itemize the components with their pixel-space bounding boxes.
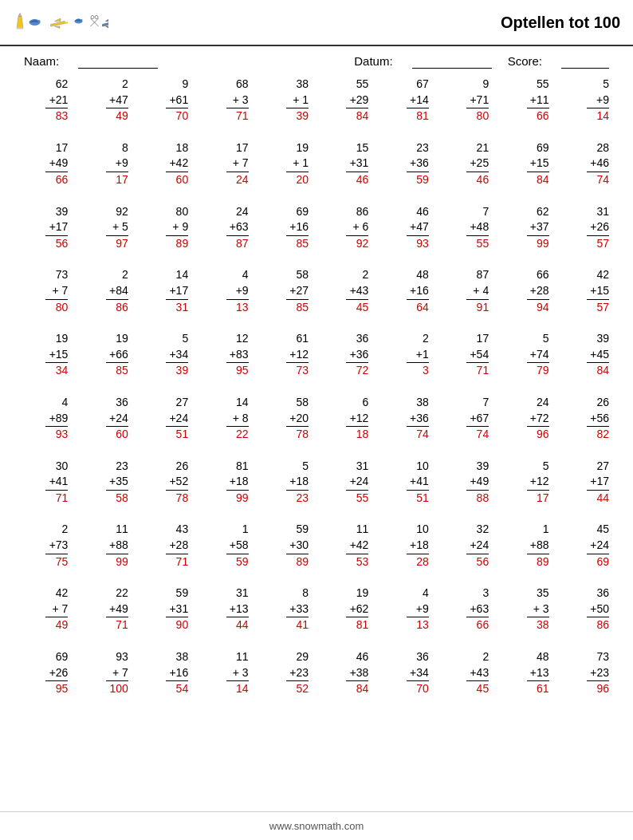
problem-cell: 5+1217 (497, 459, 556, 507)
addend1: 4 (242, 267, 249, 283)
answer: 71 (226, 108, 249, 124)
addend1: 2 (122, 267, 128, 283)
answer: 73 (286, 362, 309, 379)
problem-cell: 80+ 989 (136, 204, 196, 252)
answer: 38 (527, 617, 549, 633)
addend2: +67 (470, 411, 489, 427)
answer: 96 (587, 680, 609, 697)
svg-marker-0 (17, 17, 23, 29)
problem-cell: 55+2984 (316, 77, 376, 124)
addend1: 36 (356, 331, 369, 347)
problem-cell: 2+4345 (437, 649, 497, 697)
problem-cell: 43+2871 (136, 522, 196, 570)
answer: 45 (466, 680, 489, 697)
problem-cell: 73+2396 (557, 649, 617, 697)
answer: 80 (466, 108, 489, 124)
answer: 66 (45, 172, 68, 188)
addend2: +15 (590, 283, 609, 299)
addend1: 10 (416, 522, 429, 538)
answer: 74 (466, 426, 489, 443)
problem-cell: 26+5682 (557, 395, 617, 443)
answer: 97 (106, 235, 128, 252)
page-title: Optellen tot 100 (501, 14, 620, 32)
addend1: 42 (56, 586, 69, 601)
problem-cell: 59+3190 (136, 586, 196, 633)
answer: 41 (286, 617, 309, 633)
addend1: 17 (56, 140, 69, 156)
problem-cell: 39+1756 (16, 204, 76, 252)
answer: 99 (226, 490, 249, 507)
addend2: +28 (530, 283, 549, 299)
addend2: +17 (590, 474, 609, 490)
problem-cell: 38+3674 (376, 395, 436, 443)
addend1: 73 (56, 267, 69, 283)
addend1: 32 (477, 522, 489, 538)
problem-cell: 2+7375 (16, 522, 76, 570)
answer: 71 (166, 554, 188, 570)
answer: 99 (106, 554, 128, 570)
addend2: +24 (169, 411, 188, 427)
problem-cell: 55+1166 (497, 77, 556, 124)
answer: 57 (587, 235, 609, 252)
addend2: +21 (49, 93, 69, 108)
addend2: +41 (49, 474, 69, 490)
answer: 49 (45, 617, 68, 633)
answer: 61 (527, 680, 549, 697)
problem-cell: 17+5471 (437, 331, 497, 379)
answer: 66 (466, 617, 489, 633)
problem-cell: 5+914 (557, 77, 617, 124)
answer: 51 (166, 426, 188, 443)
answer: 100 (106, 680, 128, 697)
addend2: + 7 (53, 601, 69, 617)
addend1: 15 (356, 140, 369, 156)
addend2: + 1 (293, 93, 309, 108)
answer: 56 (466, 554, 489, 570)
problem-cell: 42+ 749 (16, 586, 76, 633)
problem-cell: 1+8889 (497, 522, 556, 570)
addend1: 5 (302, 459, 309, 475)
addend2: +24 (590, 538, 609, 554)
addend1: 7 (482, 204, 489, 220)
naam-label: Naam: (24, 54, 59, 68)
answer: 28 (407, 554, 429, 570)
problem-cell: 3+6366 (437, 586, 497, 633)
problem-cell: 36+2460 (76, 395, 136, 443)
problem-cell: 24+7296 (497, 395, 556, 443)
addend2: +24 (350, 474, 369, 490)
addend2: +50 (590, 601, 609, 617)
answer: 70 (166, 108, 188, 124)
addend1: 36 (596, 586, 609, 601)
addend2: +66 (109, 347, 128, 363)
addend2: +48 (470, 219, 489, 235)
svg-marker-8 (55, 18, 61, 22)
addend2: +38 (350, 665, 369, 681)
answer: 93 (45, 426, 68, 443)
addend2: +33 (289, 601, 309, 617)
problem-cell: 9+6170 (136, 77, 196, 124)
addend2: + 7 (53, 283, 69, 299)
addend2: +31 (350, 156, 369, 172)
datum-label: Datum: (354, 54, 392, 68)
problem-cell: 46+4793 (376, 204, 436, 252)
addend1: 9 (482, 77, 489, 93)
addend2: +46 (590, 156, 609, 172)
addend2: +17 (49, 219, 69, 235)
addend1: 8 (302, 586, 309, 601)
problem-cell: 69+1584 (497, 140, 556, 188)
addend2: +72 (530, 411, 549, 427)
answer: 79 (527, 362, 549, 379)
answer: 90 (166, 617, 188, 633)
addend2: +9 (236, 283, 249, 299)
addend2: +1 (416, 347, 429, 363)
problem-cell: 62+3799 (497, 204, 556, 252)
answer: 69 (587, 554, 609, 570)
addend1: 68 (236, 77, 249, 93)
addend2: +89 (49, 411, 69, 427)
datum-field (412, 54, 492, 69)
header-illustration (13, 6, 108, 38)
problem-cell: 36+5086 (557, 586, 617, 633)
problem-cell: 67+1481 (376, 77, 436, 124)
problem-cell: 35+ 338 (497, 586, 556, 633)
problem-cell: 69+1685 (257, 204, 316, 252)
addend2: +20 (289, 411, 309, 427)
